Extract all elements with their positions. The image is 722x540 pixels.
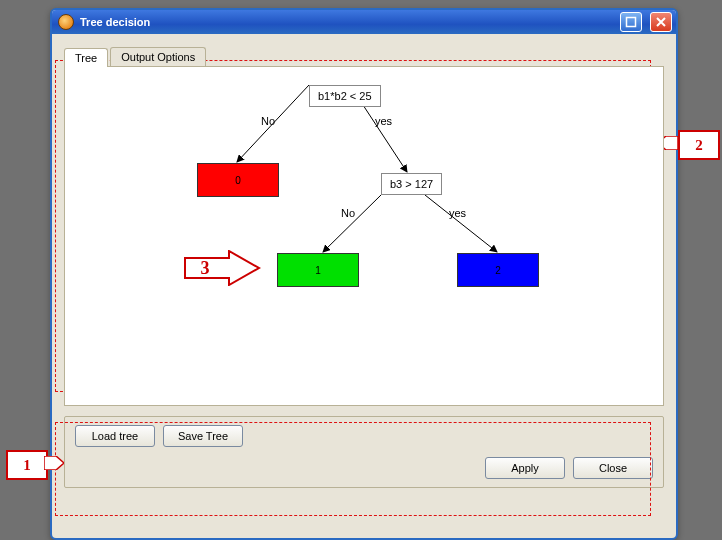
leaf-0[interactable]: 0 [197, 163, 279, 197]
annotation-3: 3 [183, 250, 261, 286]
tree-page: b1*b2 < 25 No yes 0 b3 > 127 No yes 1 2 [64, 66, 664, 406]
edge-label-no-2: No [341, 207, 355, 219]
leaf-0-value: 0 [235, 175, 241, 186]
tab-tree[interactable]: Tree [64, 48, 108, 67]
tabs-row: Tree Output Options [64, 44, 664, 66]
save-tree-button[interactable]: Save Tree [163, 425, 243, 447]
client-area: Tree Output Options [52, 34, 676, 538]
edge-label-yes-2: yes [449, 207, 466, 219]
svg-rect-0 [627, 18, 636, 27]
load-tree-button[interactable]: Load tree [75, 425, 155, 447]
annotation-1-arrow [44, 456, 64, 470]
leaf-2-value: 2 [495, 265, 501, 276]
close-window-button[interactable] [650, 12, 672, 32]
svg-line-4 [425, 195, 497, 252]
close-button[interactable]: Close [573, 457, 653, 479]
button-row-top: Load tree Save Tree [75, 425, 653, 447]
maximize-button[interactable] [620, 12, 642, 32]
tab-output-options[interactable]: Output Options [110, 47, 206, 66]
dialog-window: Tree decision Tree Output Options [50, 8, 678, 540]
apply-button[interactable]: Apply [485, 457, 565, 479]
root-node[interactable]: b1*b2 < 25 [309, 85, 381, 107]
tree-edges [65, 67, 663, 405]
tree-canvas: b1*b2 < 25 No yes 0 b3 > 127 No yes 1 2 [65, 67, 663, 405]
leaf-2[interactable]: 2 [457, 253, 539, 287]
split-node-2[interactable]: b3 > 127 [381, 173, 442, 195]
annotation-2: 2 [678, 130, 720, 160]
leaf-1[interactable]: 1 [277, 253, 359, 287]
titlebar[interactable]: Tree decision [52, 10, 676, 34]
annotation-1-label: 1 [23, 457, 31, 474]
leaf-1-value: 1 [315, 265, 321, 276]
svg-line-3 [323, 195, 381, 252]
annotation-2-label: 2 [695, 137, 703, 154]
edge-label-no-root: No [261, 115, 275, 127]
window-title: Tree decision [80, 16, 612, 28]
annotation-1: 1 [6, 450, 48, 480]
app-icon [58, 14, 74, 30]
edge-label-yes-root: yes [375, 115, 392, 127]
button-bar: Load tree Save Tree Apply Close [64, 416, 664, 488]
button-row-bottom: Apply Close [75, 457, 653, 479]
svg-text:3: 3 [201, 258, 210, 278]
